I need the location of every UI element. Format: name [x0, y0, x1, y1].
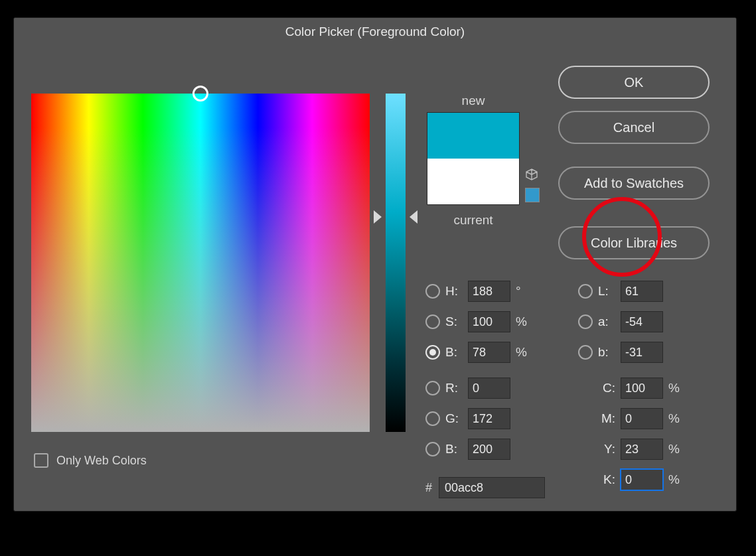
green-label: G: — [445, 411, 463, 426]
lab-l-input[interactable] — [621, 281, 663, 302]
blue-label: B: — [445, 442, 463, 456]
saturation-label: S: — [445, 314, 463, 329]
lab-b-label: b: — [598, 345, 615, 360]
cyan-label: C: — [594, 381, 615, 395]
lab-a-radio[interactable] — [578, 314, 593, 329]
saturation-radio[interactable] — [425, 314, 440, 329]
hex-input[interactable] — [439, 477, 545, 498]
saturation-unit: % — [516, 314, 527, 329]
color-field-marker[interactable] — [192, 86, 208, 102]
brightness-radio[interactable] — [425, 345, 440, 360]
red-label: R: — [445, 381, 463, 395]
new-color-swatch[interactable] — [427, 113, 519, 159]
lab-l-label: L: — [598, 284, 615, 299]
lab-a-label: a: — [598, 314, 615, 329]
hue-input[interactable] — [468, 281, 510, 302]
hue-label: H: — [445, 284, 463, 299]
green-radio[interactable] — [425, 411, 440, 426]
magenta-input[interactable] — [621, 408, 663, 429]
ok-button[interactable]: OK — [558, 66, 710, 99]
yellow-unit: % — [668, 442, 680, 456]
color-swatch-box — [427, 112, 520, 205]
lab-a-input[interactable] — [621, 311, 663, 332]
red-input[interactable] — [468, 378, 510, 399]
color-field[interactable] — [31, 94, 370, 432]
brightness-input[interactable] — [468, 342, 510, 363]
hue-radio[interactable] — [425, 284, 440, 299]
yellow-input[interactable] — [621, 439, 663, 460]
color-libraries-button[interactable]: Color Libraries — [558, 226, 710, 259]
hex-prefix-label: # — [425, 481, 432, 495]
green-input[interactable] — [468, 408, 510, 429]
blue-radio[interactable] — [425, 442, 440, 456]
add-to-swatches-button[interactable]: Add to Swatches — [558, 167, 710, 200]
dialog-title: Color Picker (Foreground Color) — [14, 18, 736, 46]
only-web-colors-checkbox[interactable] — [34, 453, 48, 468]
current-color-swatch[interactable] — [427, 159, 519, 204]
color-picker-dialog: Color Picker (Foreground Color) new curr… — [13, 17, 737, 512]
yellow-label: Y: — [594, 442, 615, 456]
gamut-warning-icon[interactable] — [525, 168, 538, 181]
only-web-colors-label: Only Web Colors — [56, 454, 147, 468]
red-radio[interactable] — [425, 381, 440, 395]
websafe-color-swatch[interactable] — [525, 188, 540, 202]
black-k-input[interactable] — [621, 469, 663, 490]
lab-l-radio[interactable] — [578, 284, 593, 299]
lab-b-input[interactable] — [621, 342, 663, 363]
black-k-unit: % — [668, 472, 680, 487]
magenta-unit: % — [668, 411, 680, 426]
brightness-label: B: — [445, 345, 463, 360]
strip-arrow-right-icon[interactable] — [410, 210, 417, 224]
dialog-content: new current OK Cancel Add to Swatches Co… — [14, 46, 736, 511]
blue-input[interactable] — [468, 439, 510, 460]
brightness-strip[interactable] — [386, 94, 406, 432]
magenta-label: M: — [594, 411, 615, 426]
cyan-input[interactable] — [621, 378, 663, 399]
new-color-label: new — [427, 94, 520, 108]
hue-unit: ° — [516, 284, 521, 299]
cyan-unit: % — [668, 381, 680, 395]
black-k-label: K: — [594, 472, 615, 487]
saturation-input[interactable] — [468, 311, 510, 332]
strip-arrow-left-icon[interactable] — [374, 210, 382, 224]
current-color-label: current — [427, 213, 520, 228]
cancel-button[interactable]: Cancel — [558, 111, 710, 144]
brightness-unit: % — [516, 345, 527, 360]
lab-b-radio[interactable] — [578, 345, 593, 360]
